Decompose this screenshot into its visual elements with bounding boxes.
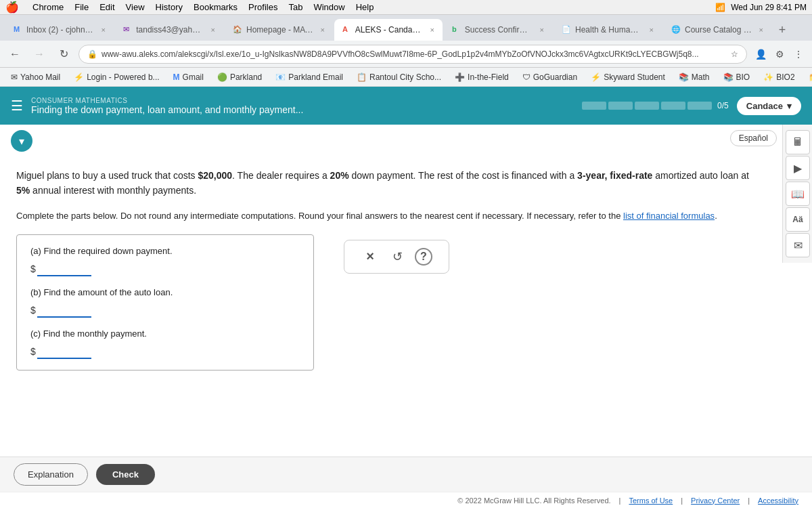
tab-inbox[interactable]: M Inbox (2) - cjohnso... × bbox=[5, 19, 114, 41]
bookmark-login[interactable]: ⚡ Login - Powered b... bbox=[68, 71, 164, 83]
part-a-label: (a) Find the required down payment. bbox=[30, 246, 300, 256]
progress-bar bbox=[582, 102, 712, 110]
bookmark-gmail[interactable]: M Gmail bbox=[168, 71, 209, 83]
terms-link[interactable]: Terms of Use bbox=[629, 496, 673, 505]
help-icon[interactable]: ? bbox=[415, 248, 432, 266]
reload-button[interactable]: ↻ bbox=[54, 45, 73, 64]
financial-formulas-link[interactable]: list of financial formulas bbox=[623, 211, 715, 221]
footer-separator-3: | bbox=[748, 496, 750, 505]
bookmark-favicon-bio2: ✨ bbox=[763, 72, 773, 82]
tab-close-yahoo[interactable]: × bbox=[211, 26, 215, 34]
address-bar-actions: 👤 ⚙ ⋮ bbox=[752, 46, 807, 62]
back-button[interactable]: ← bbox=[5, 45, 24, 64]
dictionary-tool[interactable]: Aä bbox=[786, 207, 810, 232]
explanation-button[interactable]: Explanation bbox=[14, 463, 88, 486]
bookmark-bio[interactable]: 📚 BIO bbox=[718, 71, 756, 83]
tab-catalog[interactable]: 🌐 Course Catalog - P... × bbox=[663, 19, 771, 41]
tab-aleks[interactable]: A ALEKS - Candace ... × bbox=[334, 19, 443, 41]
menu-tab[interactable]: Tab bbox=[288, 2, 302, 12]
new-tab-button[interactable]: + bbox=[773, 20, 792, 39]
footer: © 2022 McGraw Hill LLC. All Rights Reser… bbox=[0, 492, 812, 508]
accessibility-link[interactable]: Accessibility bbox=[758, 496, 798, 505]
bookmark-rantoul[interactable]: 📋 Rantoul City Scho... bbox=[351, 71, 447, 83]
bookmark-favicon-login: ⚡ bbox=[74, 72, 84, 82]
tab-title-aleks-home: Homepage - MAT-... bbox=[246, 25, 314, 35]
user-name: Candace bbox=[746, 101, 783, 111]
bookmark-parkland[interactable]: 🟢 Parkland bbox=[212, 71, 267, 83]
user-button[interactable]: Candace ▾ bbox=[737, 97, 801, 115]
bookmark-infield[interactable]: ➕ In-the-Field bbox=[449, 71, 514, 83]
tab-close-success[interactable]: × bbox=[540, 26, 544, 34]
menu-file[interactable]: File bbox=[74, 2, 89, 12]
address-bar: ← → ↻ 🔒 www-awu.aleks.com/alekscgi/x/Isl… bbox=[0, 41, 812, 68]
tab-health[interactable]: 📄 Health & Human Se... × bbox=[554, 19, 662, 41]
menu-help[interactable]: Help bbox=[356, 2, 374, 12]
menu-chrome[interactable]: Chrome bbox=[32, 2, 64, 12]
tab-bar: M Inbox (2) - cjohnso... × ✉ tandiss43@y… bbox=[0, 15, 812, 41]
menu-profiles[interactable]: Profiles bbox=[248, 2, 277, 12]
bookmark-star-icon[interactable]: ☆ bbox=[731, 49, 738, 59]
expand-row: ▾ bbox=[0, 125, 812, 157]
hamburger-button[interactable]: ☰ bbox=[11, 98, 23, 114]
menu-bookmarks[interactable]: Bookmarks bbox=[194, 2, 238, 12]
menu-window[interactable]: Window bbox=[313, 2, 344, 12]
more-button[interactable]: ⋮ bbox=[790, 46, 807, 62]
menu-view[interactable]: View bbox=[126, 2, 145, 12]
dollar-sign-c: $ bbox=[30, 346, 36, 357]
part-a-input[interactable] bbox=[37, 261, 91, 276]
bookmark-favicon-bio: 📚 bbox=[723, 72, 734, 82]
apple-menu[interactable]: 🍎 bbox=[5, 1, 19, 14]
bookmark-yahoo-mail[interactable]: ✉ Yahoo Mail bbox=[5, 71, 66, 83]
video-tool[interactable]: ▶ bbox=[786, 156, 810, 180]
menu-edit[interactable]: Edit bbox=[99, 2, 114, 12]
bookmark-label-math: Math bbox=[692, 72, 710, 82]
part-c-input[interactable] bbox=[37, 344, 91, 359]
bookmark-favicon-goguardian: 🛡 bbox=[522, 72, 531, 82]
bookmark-label-infield: In-the-Field bbox=[468, 72, 509, 82]
tab-favicon-catalog: 🌐 bbox=[671, 25, 681, 35]
dollar-sign-b: $ bbox=[30, 305, 36, 316]
tab-close-aleks[interactable]: × bbox=[430, 26, 434, 34]
tab-close-inbox[interactable]: × bbox=[102, 26, 106, 34]
extensions-button[interactable]: ⚙ bbox=[771, 46, 788, 62]
tab-yahoo[interactable]: ✉ tandiss43@yahoo... × bbox=[115, 19, 223, 41]
url-bar[interactable]: 🔒 www-awu.aleks.com/alekscgi/x/Isl.exe/1… bbox=[78, 45, 747, 64]
message-tool[interactable]: ✉ bbox=[786, 233, 810, 257]
tab-aleks-home[interactable]: 🏠 Homepage - MAT-... × bbox=[225, 19, 333, 41]
check-button[interactable]: Check bbox=[96, 464, 155, 485]
datetime-display: Wed Jun 29 8:41 PM bbox=[731, 3, 807, 12]
wifi-icon: 📶 bbox=[715, 3, 725, 12]
tab-close-catalog[interactable]: × bbox=[759, 26, 763, 34]
bookmark-goguardian[interactable]: 🛡 GoGuardian bbox=[517, 71, 583, 83]
espanol-button[interactable]: Español bbox=[730, 130, 777, 146]
tab-close-aleks-home[interactable]: × bbox=[321, 26, 325, 34]
expand-button[interactable]: ▾ bbox=[11, 130, 32, 152]
tab-success[interactable]: b Success Confirmat... × bbox=[444, 19, 552, 41]
header-info: CONSUMER MATHEMATICS Finding the down pa… bbox=[31, 97, 574, 115]
bookmark-label-rantoul: Rantoul City Scho... bbox=[369, 72, 441, 82]
privacy-link[interactable]: Privacy Center bbox=[691, 496, 740, 505]
menu-history[interactable]: History bbox=[156, 2, 183, 12]
bookmark-other[interactable]: 📁 Other Bookmarks bbox=[803, 71, 812, 83]
bookmark-parkland-email[interactable]: 📧 Parkland Email bbox=[270, 71, 348, 83]
undo-icon[interactable]: ↺ bbox=[388, 247, 407, 266]
user-dropdown-icon: ▾ bbox=[787, 101, 792, 111]
profile-button[interactable]: 👤 bbox=[752, 46, 769, 62]
tab-close-health[interactable]: × bbox=[650, 26, 654, 34]
bookmark-favicon-math: 📚 bbox=[679, 72, 689, 82]
part-b-input[interactable] bbox=[37, 303, 91, 318]
bookmark-label-login: Login - Powered b... bbox=[87, 72, 159, 82]
tab-title-catalog: Course Catalog - P... bbox=[685, 25, 752, 35]
reference-tool[interactable]: 📖 bbox=[786, 182, 810, 206]
tab-favicon-success: b bbox=[452, 25, 461, 35]
instruction-text: Complete the parts below. Do not round a… bbox=[16, 209, 763, 224]
forward-button[interactable]: → bbox=[30, 45, 49, 64]
calculator-tool[interactable]: 🖩 bbox=[786, 130, 810, 154]
bookmark-bio2[interactable]: ✨ BIO2 bbox=[758, 71, 800, 83]
tab-title-aleks: ALEKS - Candace ... bbox=[355, 25, 424, 35]
wrong-answer-icon[interactable]: × bbox=[361, 247, 380, 266]
bookmark-skyward[interactable]: ⚡ Skyward Student bbox=[585, 71, 671, 83]
bookmark-math[interactable]: 📚 Math bbox=[673, 71, 715, 83]
tab-favicon-aleks: A bbox=[342, 25, 351, 35]
part-b-label: (b) Find the amount of the auto loan. bbox=[30, 287, 300, 297]
